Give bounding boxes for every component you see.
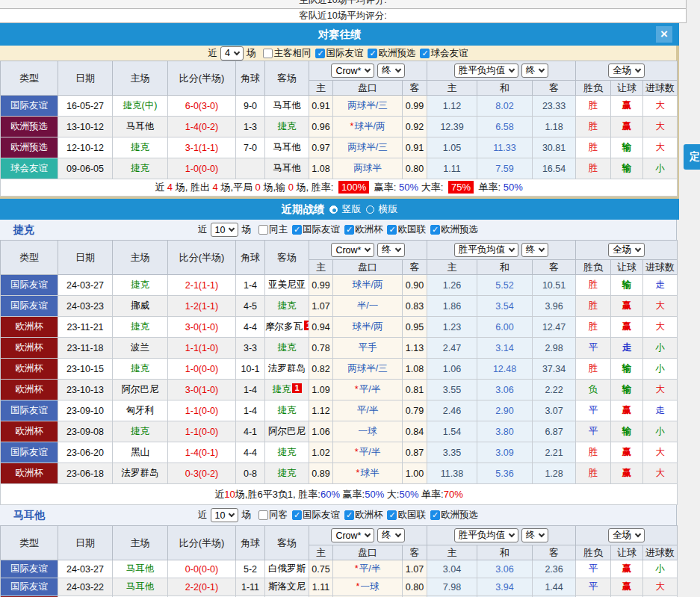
checkbox-label: 欧洲预选 bbox=[441, 509, 478, 522]
unchecked-checkbox-icon[interactable] bbox=[263, 49, 273, 58]
full-match-select[interactable]: 全场 bbox=[608, 243, 645, 257]
col-let: 让球 bbox=[611, 81, 643, 96]
checked-checkbox-icon[interactable] bbox=[430, 510, 440, 520]
odds-away-cell: 1.00 bbox=[403, 463, 427, 484]
avg-time-select[interactable]: 终 bbox=[521, 64, 549, 78]
handicap-result-cell: 走 bbox=[611, 338, 643, 359]
match-count-select[interactable]: 4 bbox=[220, 46, 244, 61]
odds-time-select[interactable]: 终 bbox=[377, 64, 405, 78]
odds-source-select[interactable]: Crow* bbox=[331, 528, 374, 542]
unchecked-checkbox-icon[interactable] bbox=[258, 510, 268, 520]
corner-cell: 9-0 bbox=[236, 96, 265, 117]
unchecked-checkbox-icon[interactable] bbox=[258, 225, 268, 235]
checked-checkbox-icon[interactable] bbox=[387, 510, 397, 520]
side-tab[interactable]: 定 bbox=[684, 144, 700, 170]
checked-checkbox-icon[interactable] bbox=[344, 510, 354, 520]
score-cell: 1-4(0-1) bbox=[168, 442, 236, 463]
radio-unselected-icon[interactable] bbox=[366, 205, 374, 214]
summary-segment: 赢率: bbox=[340, 489, 365, 500]
checked-checkbox-icon[interactable] bbox=[387, 225, 397, 235]
competition-cell: 欧洲杯 bbox=[1, 359, 58, 380]
col-odds-away: 客 bbox=[403, 545, 427, 560]
checked-checkbox-icon[interactable] bbox=[292, 225, 302, 235]
table-row: 国际友谊 23-09-10 匈牙利 1-1(0-0) 1-4 捷克 1.12 平… bbox=[1, 400, 678, 421]
home-team-cell: 捷克 bbox=[113, 317, 168, 338]
col-handicap: 盘口 bbox=[333, 545, 403, 560]
checked-checkbox-icon[interactable] bbox=[420, 49, 430, 58]
radio-selected-icon[interactable] bbox=[329, 205, 338, 214]
odds-away-cell: 0.80 bbox=[403, 158, 427, 179]
col-type: 类型 bbox=[1, 61, 58, 96]
odds-select-cell: Crow* 终 bbox=[309, 241, 427, 260]
corner-cell: 0-8 bbox=[236, 463, 265, 484]
goals-result-cell: 大 bbox=[643, 296, 678, 317]
handicap-result-cell: 赢 bbox=[611, 317, 643, 338]
col-home: 主场 bbox=[113, 526, 168, 560]
checked-checkbox-icon[interactable] bbox=[344, 225, 354, 235]
result-cell: 负 bbox=[576, 380, 611, 400]
summary-segment: 场,平局 bbox=[218, 182, 255, 193]
avg-time-select[interactable]: 终 bbox=[521, 528, 549, 542]
odds-source-select[interactable]: Crow* bbox=[331, 243, 374, 257]
odds-time-select[interactable]: 终 bbox=[377, 243, 405, 257]
checked-checkbox-icon[interactable] bbox=[430, 225, 440, 235]
chevron-down-icon bbox=[635, 246, 641, 252]
checked-checkbox-icon[interactable] bbox=[315, 49, 325, 58]
odds-source-select[interactable]: Crow* bbox=[331, 64, 374, 78]
summary-segment: 50% bbox=[399, 182, 418, 193]
away-avg-rating-row: 客队近10场平均评分: bbox=[0, 9, 687, 23]
handicap-result-cell: 输 bbox=[611, 137, 643, 158]
handicap-result-cell: 赢 bbox=[611, 296, 643, 317]
checked-checkbox-icon[interactable] bbox=[292, 510, 302, 520]
away-team-cell: 摩尔多瓦1 bbox=[265, 317, 309, 338]
malta-filter-bar: 马耳他 近 10 场 同客国际友谊欧洲杯欧国联欧洲预选 bbox=[0, 505, 677, 525]
col-type: 类型 bbox=[1, 241, 58, 275]
avg-odds-select[interactable]: 胜平负均值 bbox=[454, 64, 519, 78]
away-team-cell: 白俄罗斯 bbox=[265, 560, 309, 578]
full-match-select[interactable]: 全场 bbox=[608, 528, 645, 542]
summary-segment: 大: bbox=[384, 489, 399, 500]
odds-home-cell: 1.11 bbox=[309, 578, 333, 596]
czech-summary: 近10场,胜6平3负1, 胜率:60% 赢率:50% 大:50% 单率:70% bbox=[1, 484, 678, 505]
result-cell: 平 bbox=[576, 560, 611, 578]
match-count-select[interactable]: 10 bbox=[211, 508, 239, 522]
odds-home-cell: 1.02 bbox=[309, 442, 333, 463]
odds-away-cell: 0.83 bbox=[403, 296, 427, 317]
summary-segment: 场, 胜率: bbox=[294, 182, 336, 193]
avg-home-cell: 7.98 bbox=[427, 578, 477, 596]
odds-time-select[interactable]: 终 bbox=[377, 528, 405, 542]
close-icon[interactable]: × bbox=[656, 26, 672, 43]
col-avg-away: 客 bbox=[533, 260, 576, 275]
away-team-cell: 马耳他 bbox=[265, 158, 309, 179]
avg-odds-select[interactable]: 胜平负均值 bbox=[454, 528, 519, 542]
live-asterisk: * bbox=[355, 447, 359, 457]
summary-segment: 0 bbox=[255, 182, 261, 193]
avg-time-select[interactable]: 终 bbox=[521, 243, 549, 257]
live-asterisk: * bbox=[355, 563, 359, 574]
full-match-select[interactable]: 全场 bbox=[608, 64, 645, 78]
avg-away-cell: 6.87 bbox=[533, 421, 576, 442]
goals-result-cell: 大 bbox=[643, 137, 678, 158]
red-card-badge: 1 bbox=[304, 321, 309, 330]
avg-home-cell: 1.06 bbox=[427, 359, 477, 380]
odds-home-cell: 1.09 bbox=[309, 380, 333, 400]
avg-draw-cell: 5.36 bbox=[477, 463, 533, 484]
h2h-popup: 对赛往绩 × 近 4 场 主客相同国际友谊欧洲预选球会友谊 bbox=[0, 23, 679, 199]
near-label: 近 bbox=[198, 509, 208, 522]
table-row: 欧洲杯 23-11-18 波兰 1-1(1-0) 3-3 捷克 0.78 平手 … bbox=[1, 338, 678, 359]
col-odds-away: 客 bbox=[403, 81, 427, 96]
match-count-select[interactable]: 10 bbox=[211, 223, 239, 237]
table-row: 欧洲杯 23-09-08 捷克 1-1(0-0) 4-1 阿尔巴尼 1.06 一… bbox=[1, 421, 678, 442]
home-team-cell: 捷克 bbox=[113, 158, 168, 179]
col-goals: 进球数 bbox=[643, 81, 678, 96]
home-team-cell: 捷克(中) bbox=[113, 96, 168, 117]
odds-home-cell: 0.82 bbox=[309, 359, 333, 380]
chevron-down-icon bbox=[509, 246, 515, 252]
handicap-cell: *一球 bbox=[333, 578, 403, 596]
odds-away-cell: 0.80 bbox=[403, 578, 427, 596]
score-cell: 2-1(1-1) bbox=[168, 275, 236, 296]
handicap-cell: 平手 bbox=[333, 338, 403, 359]
avg-odds-select[interactable]: 胜平负均值 bbox=[454, 243, 519, 257]
checked-checkbox-icon[interactable] bbox=[368, 49, 377, 58]
summary-segment: 场,输 bbox=[261, 182, 288, 193]
